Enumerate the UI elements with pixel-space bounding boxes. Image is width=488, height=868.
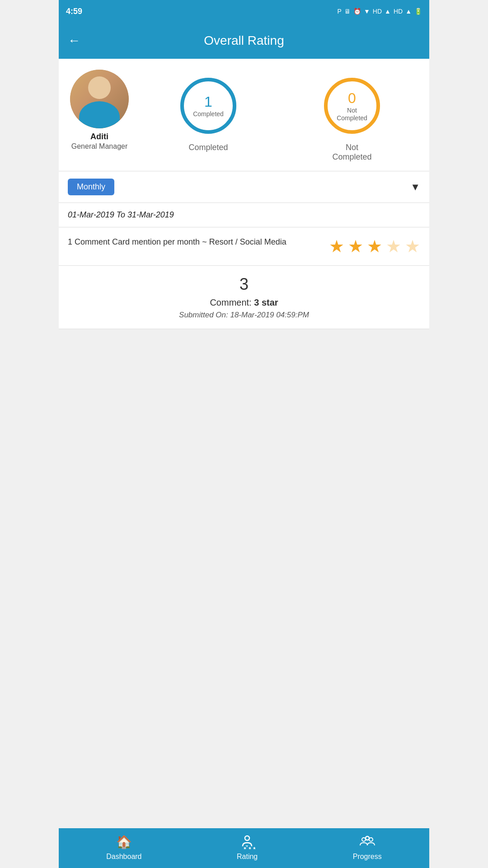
completed-circle-container: 1 Completed xyxy=(177,74,240,137)
nav-progress[interactable]: Progress xyxy=(353,834,382,861)
completed-inner-label: Completed xyxy=(193,111,224,118)
wifi-icon: ▼ xyxy=(364,8,370,15)
main-content: Aditi General Manager 1 Completed Comple… xyxy=(59,59,429,460)
back-button[interactable]: ← xyxy=(68,33,80,48)
filter-section[interactable]: Monthly ▼ xyxy=(59,171,429,203)
chevron-down-icon[interactable]: ▼ xyxy=(410,181,420,193)
svg-point-10 xyxy=(366,836,369,840)
alarm-icon: ⏰ xyxy=(353,8,361,15)
dashboard-icon: 🏠 xyxy=(116,834,132,850)
rating-label: 1 Comment Card mention per month ~ Resor… xyxy=(68,236,320,248)
page-title: Overall Rating xyxy=(88,33,400,48)
not-completed-stat: 0 Not Completed NotCompleted xyxy=(320,74,384,162)
parking-icon: P xyxy=(338,8,342,15)
not-completed-inner-label: Not Completed xyxy=(336,107,368,122)
avatar xyxy=(70,70,129,128)
stats-container: 1 Completed Completed 0 Not Completed xyxy=(140,70,420,162)
not-completed-number: 0 xyxy=(336,90,368,107)
filter-badge[interactable]: Monthly xyxy=(68,179,114,195)
hd-label-2: HD xyxy=(394,8,403,15)
progress-icon xyxy=(359,834,375,850)
signal-icon-2: ▲ xyxy=(405,8,412,15)
not-completed-label: NotCompleted xyxy=(332,143,371,162)
nav-dashboard[interactable]: 🏠 Dashboard xyxy=(106,834,141,861)
star-2: ★ xyxy=(348,236,363,256)
signal-icon-1: ▲ xyxy=(385,8,391,15)
star-3: ★ xyxy=(367,236,382,256)
svg-text:★ ★ ★: ★ ★ ★ xyxy=(243,846,255,850)
nav-rating[interactable]: ★ ★ ★ Rating xyxy=(237,834,258,861)
star-4: ★ xyxy=(386,236,401,256)
monitor-icon: 🖥 xyxy=(344,8,351,15)
score-section: 3 Comment: 3 star Submitted On: 18-Mar-2… xyxy=(59,266,429,329)
rating-icon: ★ ★ ★ xyxy=(239,834,255,850)
status-time: 4:59 xyxy=(66,7,82,16)
bottom-nav: 🏠 Dashboard ★ ★ ★ Rating xyxy=(59,828,429,868)
svg-point-6 xyxy=(245,836,249,840)
not-completed-circle-inner: 0 Not Completed xyxy=(336,90,368,122)
header: ← Overall Rating xyxy=(59,23,429,59)
star-5: ★ xyxy=(405,236,420,256)
comment-star-label: 3 star xyxy=(254,297,278,307)
empty-area xyxy=(59,329,429,420)
completed-stat: 1 Completed Completed xyxy=(177,74,240,152)
nav-dashboard-label: Dashboard xyxy=(106,853,141,861)
completed-label: Completed xyxy=(188,143,228,152)
battery-icon: 🔋 xyxy=(414,8,422,15)
rating-card: 1 Comment Card mention per month ~ Resor… xyxy=(59,227,429,266)
not-completed-circle-container: 0 Not Completed xyxy=(320,74,384,137)
nav-rating-label: Rating xyxy=(237,853,258,861)
nav-progress-label: Progress xyxy=(353,853,382,861)
status-bar: 4:59 P 🖥 ⏰ ▼ HD ▲ HD ▲ 🔋 xyxy=(59,0,429,23)
date-range-text: 01-Mar-2019 To 31-Mar-2019 xyxy=(68,210,174,219)
completed-circle-inner: 1 Completed xyxy=(193,93,224,118)
completed-number: 1 xyxy=(193,93,224,110)
date-range: 01-Mar-2019 To 31-Mar-2019 xyxy=(59,203,429,227)
profile-role: General Manager xyxy=(71,142,128,151)
profile-name: Aditi xyxy=(90,132,108,142)
status-icons: P 🖥 ⏰ ▼ HD ▲ HD ▲ 🔋 xyxy=(338,8,422,15)
avatar-image xyxy=(70,70,129,128)
comment-text: Comment: 3 star xyxy=(68,297,420,308)
score-number: 3 xyxy=(68,275,420,294)
star-1: ★ xyxy=(329,236,344,256)
profile-info: Aditi General Manager xyxy=(68,70,131,151)
profile-section: Aditi General Manager 1 Completed Comple… xyxy=(59,59,429,171)
submitted-text: Submitted On: 18-Mar-2019 04:59:PM xyxy=(68,311,420,320)
hd-label-1: HD xyxy=(373,8,382,15)
stars-container: ★ ★ ★ ★ ★ xyxy=(329,236,420,256)
